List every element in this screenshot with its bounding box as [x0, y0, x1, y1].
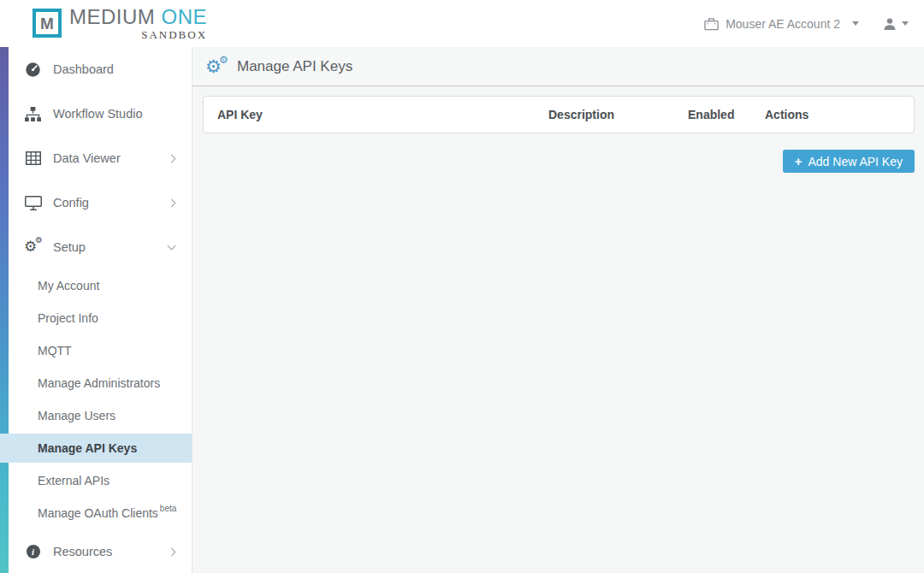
sidebar-item-workflow-studio[interactable]: Workflow Studio — [0, 92, 192, 136]
page-title: Manage API Keys — [237, 58, 352, 75]
add-button-label: Add New API Key — [808, 155, 903, 168]
top-bar: M MEDIUM ONE SANDBOX Mouser AE Account 2 — [0, 0, 924, 47]
user-menu[interactable] — [883, 17, 909, 31]
sidebar-subitem-label: Manage OAuth Clients — [38, 506, 158, 520]
sidebar-subitem-mqtt[interactable]: MQTT — [0, 334, 192, 367]
brand-word-one: ONE — [162, 5, 208, 28]
plus-icon: + — [795, 155, 803, 168]
briefcase-icon — [704, 17, 719, 31]
sidebar-subitem-manage-users[interactable]: Manage Users — [0, 399, 192, 432]
sidebar-item-config[interactable]: Config — [0, 180, 192, 225]
api-keys-table-header: API Key Description Enabled Actions — [203, 96, 915, 133]
sidebar-subitem-label: Project Info — [38, 311, 98, 325]
column-header-description: Description — [548, 108, 688, 121]
account-label: Mouser AE Account 2 — [726, 17, 840, 31]
main-content: ⚙ ⚙ Manage API Keys API Key Description … — [192, 47, 924, 573]
column-header-enabled: Enabled — [688, 108, 765, 121]
table-icon — [24, 151, 42, 165]
desktop-icon — [24, 196, 42, 210]
column-header-api-key: API Key — [204, 108, 548, 121]
logo-mark-icon: M — [33, 9, 62, 38]
sidebar-subitem-external-apis[interactable]: External APIs — [0, 464, 192, 497]
sidebar-subitem-project-info[interactable]: Project Info — [0, 302, 192, 334]
sidebar-subitem-label: Manage API Keys — [38, 441, 137, 455]
brand-logo[interactable]: M MEDIUM ONE SANDBOX — [33, 5, 207, 42]
chevron-right-icon — [169, 200, 175, 206]
sidebar-item-label: Resources — [53, 545, 112, 558]
sidebar-subitem-manage-api-keys[interactable]: Manage API Keys — [0, 434, 192, 463]
cogs-icon: ⚙ ⚙ — [205, 56, 229, 77]
sidebar-item-label: Setup — [53, 240, 86, 254]
info-icon: i — [24, 545, 42, 558]
sidebar-subitem-manage-oauth-clients[interactable]: Manage OAuth Clients beta — [0, 497, 192, 529]
caret-down-icon — [902, 21, 909, 26]
sidebar-subitem-manage-administrators[interactable]: Manage Administrators — [0, 367, 192, 399]
sidebar-item-label: Workflow Studio — [53, 107, 143, 121]
chevron-right-icon — [169, 156, 175, 162]
sidebar-item-label: Data Viewer — [53, 151, 121, 165]
sitemap-icon — [24, 107, 42, 121]
chevron-down-icon — [169, 245, 175, 249]
brand-word-medium: MEDIUM — [69, 5, 155, 28]
chevron-right-icon — [169, 549, 175, 555]
top-bar-right: Mouser AE Account 2 — [704, 17, 909, 31]
sidebar-subitem-label: Manage Administrators — [38, 376, 160, 390]
sidebar-subitem-label: My Account — [38, 279, 99, 292]
user-icon — [883, 17, 897, 31]
app-window: M MEDIUM ONE SANDBOX Mouser AE Account 2 — [0, 0, 924, 573]
sidebar-item-label: Dashboard — [53, 62, 114, 76]
account-selector[interactable]: Mouser AE Account 2 — [704, 17, 859, 31]
sidebar-item-data-viewer[interactable]: Data Viewer — [0, 136, 192, 180]
sidebar-subitem-my-account[interactable]: My Account — [0, 269, 192, 302]
sidebar-subitem-label: External APIs — [38, 474, 110, 487]
sidebar-item-resources[interactable]: i Resources — [0, 529, 192, 573]
add-new-api-key-button[interactable]: + Add New API Key — [783, 150, 915, 173]
caret-down-icon — [852, 21, 859, 26]
button-row: + Add New API Key — [192, 150, 915, 173]
page-title-bar: ⚙ ⚙ Manage API Keys — [192, 47, 924, 86]
column-header-actions: Actions — [765, 108, 914, 121]
sidebar: Dashboard Workflow Studio — [0, 47, 192, 573]
dashboard-icon — [24, 62, 42, 78]
sidebar-item-dashboard[interactable]: Dashboard — [0, 47, 192, 92]
sidebar-subitem-label: Manage Users — [38, 409, 116, 422]
sidebar-subitem-label: MQTT — [38, 344, 72, 357]
brand-tagline: SANDBOX — [141, 28, 207, 42]
logo-letter: M — [40, 15, 54, 32]
logo-text: MEDIUM ONE SANDBOX — [69, 5, 207, 42]
sidebar-item-setup[interactable]: ⚙ ⚙ Setup — [0, 225, 192, 269]
brand-name: MEDIUM ONE — [69, 5, 207, 29]
sidebar-item-label: Config — [53, 196, 89, 210]
cogs-icon: ⚙ ⚙ — [24, 239, 42, 256]
sidebar-nav: Dashboard Workflow Studio — [0, 47, 192, 573]
